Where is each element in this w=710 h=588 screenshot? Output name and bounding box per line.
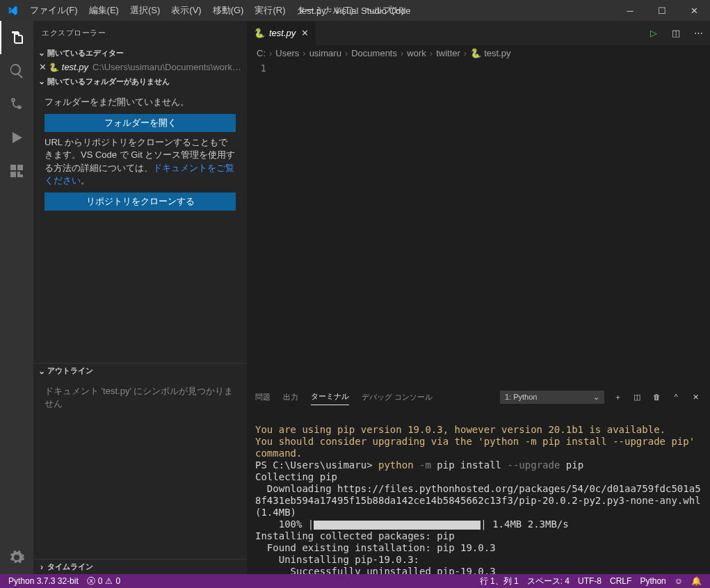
breadcrumb-item[interactable]: Users bbox=[275, 48, 299, 58]
close-tab-icon[interactable]: ✕ bbox=[301, 28, 309, 38]
menu-view[interactable]: 表示(V) bbox=[166, 0, 207, 21]
error-icon: ⓧ bbox=[87, 575, 95, 587]
outline-empty-message: ドキュメント 'test.py' にシンボルが見つかりません bbox=[33, 378, 247, 559]
close-icon[interactable]: ✕ bbox=[678, 0, 710, 21]
terminal-line: | 1.4MB 2.3MB/s bbox=[481, 518, 568, 530]
terminal-cmd: python bbox=[378, 459, 414, 471]
warning-count: 0 bbox=[115, 576, 120, 586]
status-cursor-position[interactable]: 行 1、列 1 bbox=[476, 575, 523, 587]
editor-body[interactable]: 1 bbox=[247, 60, 710, 385]
open-editor-path: C:\Users\usimaru\Documents\work\t... bbox=[92, 62, 243, 72]
sidebar-title: エクスプローラー bbox=[33, 21, 247, 45]
menu-run[interactable]: 実行(R) bbox=[249, 0, 291, 21]
terminal-line: Installing collected packages: pip bbox=[255, 530, 455, 541]
clone-text: URL からリポジトリをクローンすることもできます。VS Code で Git … bbox=[45, 136, 236, 187]
terminal-line: Downloading https://files.pythonhosted.o… bbox=[255, 483, 707, 518]
menu-selection[interactable]: 選択(S) bbox=[124, 0, 166, 21]
open-folder-button[interactable]: フォルダーを開く bbox=[45, 114, 236, 132]
activity-bar bbox=[0, 21, 33, 574]
editor-actions: ▷ ◫ ⋯ bbox=[646, 21, 710, 45]
terminal-line: Successfully uninstalled pip-19.0.3 bbox=[255, 566, 496, 574]
chevron-down-icon: ⌄ bbox=[36, 366, 47, 376]
panel-tab-debug[interactable]: デバッグ コンソール bbox=[362, 389, 433, 405]
open-editor-filename: test.py bbox=[62, 62, 88, 72]
no-folder-header[interactable]: ⌄ 開いているフォルダーがありません bbox=[33, 74, 247, 89]
timeline-header[interactable]: › タイムライン bbox=[33, 559, 247, 574]
outline-header[interactable]: ⌄ アウトライン bbox=[33, 363, 247, 378]
run-icon[interactable]: ▷ bbox=[646, 28, 661, 38]
panel-tab-terminal[interactable]: ターミナル bbox=[311, 389, 349, 405]
status-indent[interactable]: スペース: 4 bbox=[523, 575, 574, 587]
chevron-right-icon: › bbox=[401, 48, 403, 58]
search-icon[interactable] bbox=[0, 54, 33, 88]
line-number-gutter: 1 bbox=[247, 60, 275, 385]
close-panel-icon[interactable]: ✕ bbox=[689, 393, 702, 402]
window-title: test.py - Visual Studio Code bbox=[299, 6, 410, 16]
minimize-icon[interactable]: ─ bbox=[614, 0, 646, 21]
progress-bar bbox=[314, 521, 481, 530]
status-language[interactable]: Python bbox=[636, 575, 670, 587]
split-editor-icon[interactable]: ◫ bbox=[668, 28, 684, 38]
menu-edit[interactable]: 編集(E) bbox=[83, 0, 124, 21]
terminal-output[interactable]: You are using pip version 19.0.3, howeve… bbox=[247, 408, 710, 574]
open-editors-header[interactable]: ⌄ 開いているエディター bbox=[33, 45, 247, 60]
chevron-down-icon: ⌄ bbox=[36, 48, 47, 58]
terminal-arg: pip install bbox=[437, 459, 501, 471]
status-encoding[interactable]: UTF-8 bbox=[574, 575, 606, 587]
breadcrumb-item[interactable]: Documents bbox=[351, 48, 397, 58]
terminal-line: You are using pip version 19.0.3, howeve… bbox=[255, 424, 665, 435]
status-eol[interactable]: CRLF bbox=[606, 575, 636, 587]
menu-go[interactable]: 移動(G) bbox=[207, 0, 250, 21]
code-area[interactable] bbox=[275, 60, 710, 385]
split-terminal-icon[interactable]: ◫ bbox=[631, 393, 643, 402]
breadcrumb-item[interactable]: C: bbox=[257, 48, 266, 58]
open-editor-item[interactable]: ✕ 🐍 test.py C:\Users\usimaru\Documents\w… bbox=[33, 60, 247, 74]
trash-icon[interactable]: 🗑 bbox=[650, 393, 663, 401]
terminal-arg: pip bbox=[566, 459, 583, 471]
python-file-icon: 🐍 bbox=[49, 63, 59, 72]
settings-gear-icon[interactable] bbox=[0, 541, 33, 574]
new-terminal-icon[interactable]: ＋ bbox=[611, 392, 624, 402]
terminal-prompt: PS C:\Users\usimaru> bbox=[255, 459, 373, 471]
extensions-icon[interactable] bbox=[0, 154, 33, 188]
chevron-right-icon: › bbox=[464, 48, 467, 58]
status-bell-icon[interactable]: 🔔 bbox=[687, 575, 706, 587]
no-folder-body: フォルダーをまだ開いていません。 フォルダーを開く URL からリポジトリをクロ… bbox=[33, 89, 247, 218]
editor-tabs: 🐍 test.py ✕ ▷ ◫ ⋯ bbox=[247, 21, 710, 45]
clone-post-text: 。 bbox=[81, 175, 90, 186]
breadcrumb-item[interactable]: twitter bbox=[436, 48, 460, 58]
chevron-right-icon: › bbox=[36, 562, 47, 572]
explorer-icon[interactable] bbox=[0, 21, 33, 54]
menu-file[interactable]: ファイル(F) bbox=[24, 0, 83, 21]
maximize-icon[interactable]: ☐ bbox=[646, 0, 678, 21]
status-problems[interactable]: ⓧ0 ⚠0 bbox=[83, 575, 124, 587]
status-feedback-icon[interactable]: ☺ bbox=[670, 575, 687, 587]
no-folder-message: フォルダーをまだ開いていません。 bbox=[45, 96, 236, 108]
breadcrumbs[interactable]: C:› Users› usimaru› Documents› work› twi… bbox=[247, 45, 710, 60]
chevron-down-icon: ⌄ bbox=[593, 393, 599, 402]
terminal-selector[interactable]: 1: Python ⌄ bbox=[500, 391, 604, 404]
chevron-right-icon: › bbox=[302, 48, 305, 58]
more-actions-icon[interactable]: ⋯ bbox=[691, 28, 706, 38]
source-control-icon[interactable] bbox=[0, 88, 33, 121]
close-editor-icon[interactable]: ✕ bbox=[38, 62, 49, 72]
panel-tabs: 問題 出力 ターミナル デバッグ コンソール 1: Python ⌄ ＋ ◫ 🗑… bbox=[247, 386, 710, 408]
status-python-version[interactable]: Python 3.7.3 32-bit bbox=[4, 576, 83, 586]
window-controls: ─ ☐ ✕ bbox=[614, 0, 710, 21]
breadcrumb-item[interactable]: work bbox=[407, 48, 426, 58]
timeline-label: タイムライン bbox=[47, 562, 93, 572]
status-bar: Python 3.7.3 32-bit ⓧ0 ⚠0 行 1、列 1 スペース: … bbox=[0, 574, 710, 588]
panel-tab-problems[interactable]: 問題 bbox=[255, 389, 271, 405]
panel-tab-output[interactable]: 出力 bbox=[283, 389, 298, 405]
terminal-line: Uninstalling pip-19.0.3: bbox=[255, 554, 419, 565]
run-debug-icon[interactable] bbox=[0, 121, 33, 154]
clone-repo-button[interactable]: リポジトリをクローンする bbox=[45, 193, 236, 211]
maximize-panel-icon[interactable]: ^ bbox=[670, 393, 682, 401]
error-count: 0 bbox=[98, 576, 103, 586]
warning-icon: ⚠ bbox=[105, 576, 113, 586]
breadcrumb-item[interactable]: usimaru bbox=[309, 48, 341, 58]
terminal-arg: --upgrade bbox=[507, 459, 560, 471]
breadcrumb-file[interactable]: test.py bbox=[484, 48, 510, 58]
sidebar: エクスプローラー ⌄ 開いているエディター ✕ 🐍 test.py C:\Use… bbox=[33, 21, 247, 574]
tab-testpy[interactable]: 🐍 test.py ✕ bbox=[247, 21, 316, 45]
